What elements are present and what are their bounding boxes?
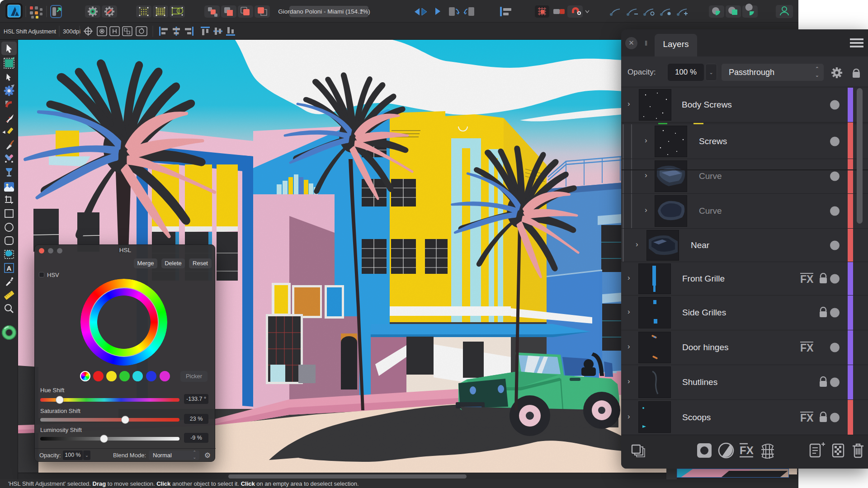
- svg-text:FX: FX: [740, 444, 754, 456]
- svg-text:HSL Shift Adjustment: HSL Shift Adjustment: [4, 28, 57, 35]
- svg-text:300dpi: 300dpi: [63, 28, 80, 35]
- svg-text:A: A: [7, 264, 12, 272]
- svg-text:Giordano Poloni - Miami (154.1: Giordano Poloni - Miami (154.1%): [278, 8, 370, 15]
- svg-text:*: *: [360, 8, 363, 16]
